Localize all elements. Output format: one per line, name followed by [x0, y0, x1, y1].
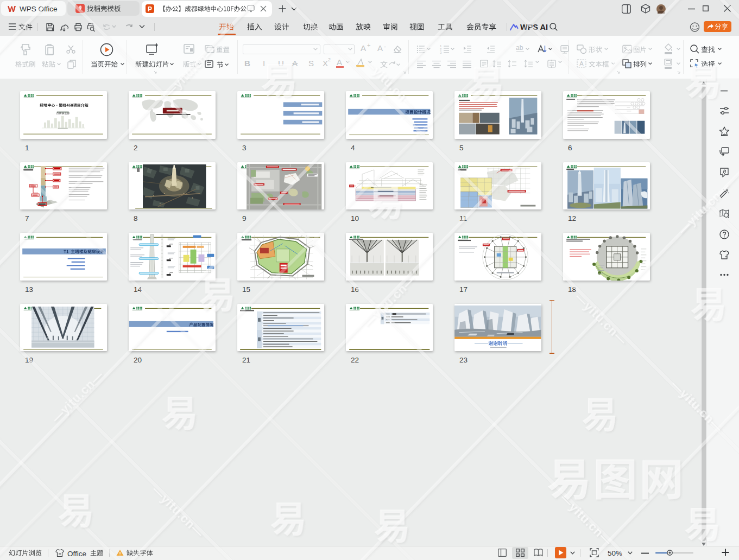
svg-text:P: P: [148, 5, 152, 13]
svg-text:A: A: [579, 60, 584, 67]
